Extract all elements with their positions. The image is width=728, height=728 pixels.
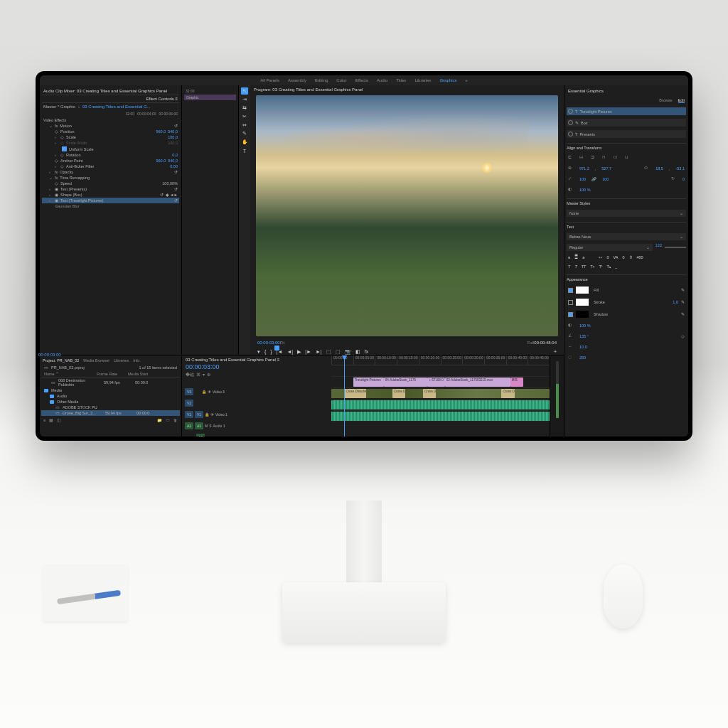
layer-item[interactable]: TPresents — [567, 130, 686, 138]
align-center-icon[interactable]: ≣ — [574, 255, 578, 259]
freeform-view-icon[interactable]: ◫ — [57, 418, 61, 422]
reset-icon[interactable]: ↺ — [174, 124, 178, 128]
master-style-dropdown[interactable]: None⌄ — [567, 210, 686, 217]
fx-badge-icon[interactable]: fx — [365, 349, 368, 355]
clip-cross-d[interactable]: Cross Di — [423, 389, 436, 398]
export-frame-icon[interactable]: 📷 — [345, 349, 351, 355]
col-framerate[interactable]: Frame Rate — [97, 372, 125, 376]
clip-cross-dissolve[interactable]: Cross Dissolve — [344, 389, 366, 398]
opacity-effect[interactable]: Opacity — [60, 170, 73, 174]
track-v3[interactable] — [331, 365, 550, 377]
clip-adobe1[interactable]: 04-AdobeStock_1175 — [384, 378, 427, 387]
text-travelight-effect[interactable]: Text (Travelight Pictures) — [60, 198, 104, 203]
stopwatch-icon[interactable]: ◇ — [60, 164, 64, 168]
lift-icon[interactable]: ⬚ — [326, 349, 331, 355]
ws-effects[interactable]: Effects — [355, 78, 368, 82]
clip-mis[interactable]: MIS — [510, 378, 523, 387]
leading-input[interactable]: 400 — [637, 255, 643, 259]
tracking-input[interactable]: 0 — [606, 255, 609, 259]
reset-icon[interactable]: ↺ — [174, 198, 178, 203]
clip-travelight[interactable]: Travelight Pictures — [353, 378, 384, 387]
eg-opacity[interactable]: 100 % — [579, 188, 591, 192]
program-tc-left[interactable]: 00:00:03:00 — [257, 341, 280, 345]
razor-tool[interactable]: ✂ — [241, 113, 248, 120]
shape-box-effect[interactable]: Shape (Box) — [60, 193, 82, 197]
col-name[interactable]: Name ⌃ — [44, 372, 94, 376]
stopwatch-icon[interactable]: ◇ — [60, 153, 64, 157]
step-back-icon[interactable]: ◄| — [287, 349, 293, 355]
shadow-blur[interactable]: 250 — [579, 355, 586, 360]
track-mute-icon[interactable]: M — [205, 424, 208, 428]
track-solo-icon[interactable]: S — [209, 424, 211, 428]
track-select-tool[interactable]: ⇥ — [241, 96, 248, 103]
settings-icon[interactable]: ⚙ — [207, 372, 210, 378]
ws-titles[interactable]: Titles — [396, 78, 406, 82]
font-size-slider[interactable] — [665, 247, 686, 248]
eg-pos-x[interactable]: 971,2 — [579, 166, 589, 171]
track-lock-icon[interactable]: 🔒 — [202, 390, 206, 394]
eg-anchor-y[interactable]: -53,1 — [675, 166, 685, 171]
playhead[interactable] — [344, 355, 345, 437]
hand-tool[interactable]: ✋ — [241, 139, 248, 146]
shadow-opacity[interactable]: 100 % — [579, 323, 591, 328]
comparison-icon[interactable]: ◧ — [355, 349, 360, 355]
clip-adobe2[interactable]: 02-AdobeStock_117503215.mov — [445, 378, 510, 387]
fill-checkbox[interactable] — [568, 288, 573, 293]
anchor-x[interactable]: 960,0 — [156, 159, 166, 163]
project-tab[interactable]: Project: PR_NAB_02 — [43, 358, 79, 363]
ws-libraries[interactable]: Libraries — [414, 78, 431, 82]
fit-dropdown[interactable]: Fit — [280, 341, 285, 345]
v1-source[interactable]: V1 — [185, 411, 193, 418]
list-view-icon[interactable]: ≡ — [43, 418, 46, 422]
visibility-icon[interactable] — [568, 109, 573, 114]
align-right-icon[interactable]: ⊐ — [591, 155, 596, 161]
info-tab[interactable]: Info — [133, 358, 139, 363]
reset-icon[interactable]: ↺ — [174, 187, 178, 191]
linked-selection-icon[interactable]: ⌘ — [196, 372, 200, 378]
media-browser-tab[interactable]: Media Browser — [83, 358, 109, 363]
underline-icon[interactable]: _ — [615, 264, 617, 269]
faux-bold-icon[interactable]: T — [568, 264, 570, 269]
font-size-input[interactable]: 122 — [655, 243, 662, 252]
v3-target[interactable]: V3 — [185, 388, 193, 395]
stopwatch-icon[interactable]: ◇ — [55, 181, 58, 186]
edit-tab[interactable]: Edit — [678, 98, 685, 103]
shadow-angle[interactable]: 135 ° — [579, 334, 589, 338]
pen-tool[interactable]: ✎ — [241, 130, 248, 137]
v2-target[interactable]: V2 — [185, 400, 193, 407]
libraries-tab[interactable]: Libraries — [114, 358, 129, 363]
eyedropper-icon[interactable]: ✎ — [681, 300, 685, 304]
scale-value[interactable]: 100,0 — [168, 135, 178, 139]
bin-item[interactable]: ▭068 Destination Publishin59,94 fps00:00… — [41, 378, 180, 387]
antiflicker-value[interactable]: 0,00 — [170, 164, 178, 168]
step-forward-icon[interactable]: |► — [305, 349, 311, 355]
superscript-icon[interactable]: T¹ — [599, 264, 602, 269]
stroke-checkbox[interactable] — [568, 300, 573, 305]
clip-cross-d[interactable]: Cross Di — [501, 389, 514, 398]
subscript-icon[interactable]: T₁ — [607, 264, 611, 269]
audio-mixer-tab[interactable]: Audio Clip Mixer: 03 Creating Titles and… — [42, 87, 179, 95]
motion-effect[interactable]: Motion — [60, 124, 72, 128]
layer-item[interactable]: ✎Box — [567, 119, 686, 127]
stopwatch-icon[interactable]: ◇ — [60, 135, 64, 139]
align-top-icon[interactable]: ⊓ — [602, 155, 608, 161]
speed-value[interactable]: 100,00% — [162, 181, 178, 186]
eg-anchor-x[interactable]: 18,5 — [655, 166, 663, 171]
ws-audio[interactable]: Audio — [377, 78, 387, 82]
position-x[interactable]: 960,0 — [156, 129, 166, 134]
reset-icon[interactable]: ↺ — [160, 193, 164, 197]
eyedropper-icon[interactable]: ✎ — [681, 312, 685, 316]
text-presents-effect[interactable]: Text (Presents) — [60, 187, 87, 191]
align-center-h-icon[interactable]: ⊟ — [579, 155, 585, 161]
stopwatch-icon[interactable]: ◇ — [55, 129, 58, 134]
slip-tool[interactable]: ⇔ — [241, 122, 248, 129]
stroke-swatch[interactable] — [576, 299, 589, 306]
mark-in-icon[interactable]: { — [264, 349, 266, 355]
faux-italic-icon[interactable]: T — [574, 264, 577, 269]
ripple-edit-tool[interactable]: ⇆ — [241, 105, 248, 112]
track-output-icon[interactable]: 👁 — [208, 390, 211, 394]
snap-icon[interactable]: �磁 — [186, 372, 194, 378]
bin-item[interactable]: ▭ADOBE STOCK PU — [41, 405, 180, 410]
extract-icon[interactable]: ⬚ — [336, 349, 341, 355]
a1-target[interactable]: A1 — [195, 422, 203, 429]
